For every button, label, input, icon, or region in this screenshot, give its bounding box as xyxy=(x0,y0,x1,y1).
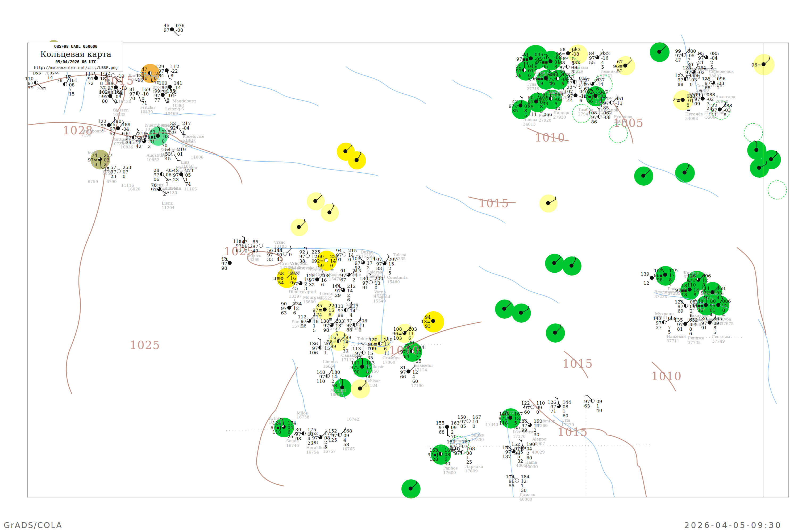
station-value-b3: 30 xyxy=(555,106,560,111)
cloud-cover-icon xyxy=(716,303,720,307)
station-name: Гянджа37735 xyxy=(688,336,704,345)
station-name: Paphos17600 xyxy=(443,466,457,475)
cloud-cover-icon xyxy=(302,432,306,435)
station-value-b1: 0 xyxy=(244,249,247,253)
cloud-cover-icon xyxy=(684,304,688,308)
map-source-url: http://meteocenter.net/circ/LBSF.png xyxy=(29,65,122,70)
station-value-b1: 91 xyxy=(362,285,368,290)
station-value-b2: 3 xyxy=(304,286,307,291)
cloud-cover-icon xyxy=(327,210,331,214)
cloud-cover-icon xyxy=(338,433,342,437)
cloud-cover-icon xyxy=(662,320,666,324)
station-value-b3: 6 xyxy=(599,103,602,108)
station-value-b3: 6 xyxy=(690,314,693,318)
station-value-b1: 63 xyxy=(281,311,287,315)
station-value-b1: 88 xyxy=(346,328,352,332)
station-value-b3: 5 xyxy=(524,113,527,118)
station-value-b1: 70 xyxy=(129,96,135,101)
station-name: Lienz11204 xyxy=(162,201,174,210)
cloud-cover-icon xyxy=(657,50,661,54)
station-value-b1: 52 xyxy=(110,131,115,136)
cloud-cover-icon xyxy=(566,65,570,69)
station-value-b1: 29 xyxy=(549,82,555,86)
cloud-cover-icon xyxy=(408,487,413,491)
cloud-cover-icon xyxy=(98,157,102,161)
map-title: Кольцевая карта xyxy=(29,50,122,59)
render-timestamp: 2026-04-05-09:30 xyxy=(684,520,782,530)
cloud-cover-icon xyxy=(132,135,136,139)
station-value-b1: 125 xyxy=(328,438,337,442)
cloud-cover-icon xyxy=(546,201,550,205)
station-value-b1: 96 xyxy=(301,324,306,328)
station-value-b3: 20 xyxy=(408,341,414,345)
cloud-cover-icon xyxy=(529,56,533,60)
station-value-b3: 60 xyxy=(412,379,418,384)
station-name: Куба37675 xyxy=(721,317,734,326)
station-value-b1: 05 xyxy=(542,64,548,69)
cloud-cover-icon xyxy=(508,416,512,420)
station-value-b3: 40 xyxy=(596,408,602,413)
cloud-cover-icon xyxy=(326,374,329,378)
cloud-cover-icon xyxy=(170,27,174,32)
cloud-cover-icon xyxy=(324,258,328,262)
cloud-cover-icon xyxy=(460,450,464,454)
cloud-cover-icon xyxy=(512,449,515,453)
station-value-b2: 2 xyxy=(353,278,355,282)
cloud-cover-icon xyxy=(641,174,645,178)
station-value-b1: 98 xyxy=(323,328,329,332)
station-name: 16765 xyxy=(342,447,355,451)
station-value-b3: 5 xyxy=(528,78,531,82)
station-value-b3: ≡ xyxy=(328,317,332,322)
station-value-t1: 78 xyxy=(57,78,62,83)
station-value-b2: 0 xyxy=(536,410,539,414)
station-name: Constanta15480 xyxy=(387,275,407,284)
station-value-b1: 97 xyxy=(704,295,710,300)
station-value-b1: 85 xyxy=(460,424,466,429)
station-value-b2: 8 xyxy=(723,113,726,117)
cloud-cover-icon xyxy=(502,307,506,311)
station-value-b3: 1 xyxy=(166,182,169,186)
station-value-b1: 60 xyxy=(524,410,530,414)
cloud-cover-icon xyxy=(530,405,534,409)
station-value-b3: 5 xyxy=(710,65,713,70)
station-value-b1: 38 xyxy=(299,259,305,263)
cloud-cover-icon xyxy=(360,365,364,369)
station-value-b3: 11 xyxy=(384,351,390,356)
station-value-b3: 4 xyxy=(710,312,712,317)
cloud-cover-icon xyxy=(593,94,597,98)
cloud-cover-icon xyxy=(682,53,685,57)
station-value-t1: 139 xyxy=(641,272,649,277)
cloud-cover-icon xyxy=(318,345,322,349)
station-value-b2: 1 xyxy=(324,350,327,355)
cloud-cover-icon xyxy=(259,244,263,248)
station-value-b1: 77 xyxy=(154,98,160,102)
station-value-b2: 2 xyxy=(163,192,166,196)
station-value-b1: 72 xyxy=(88,81,94,86)
cloud-cover-icon xyxy=(176,125,180,129)
station-value-b2: 0 xyxy=(375,285,377,290)
station-value-b1: 86 xyxy=(591,120,597,124)
station-value-m2: 01 xyxy=(177,152,183,156)
station-value-b3: 25 xyxy=(288,434,293,439)
cloud-cover-icon xyxy=(287,306,291,310)
cloud-cover-icon xyxy=(283,252,287,256)
station-value-b1: 23 xyxy=(110,174,116,179)
station-value-b1: 42 xyxy=(136,144,141,149)
station-name: Mytilini16667 xyxy=(330,388,346,397)
cloud-cover-icon xyxy=(549,59,552,63)
cloud-cover-icon xyxy=(518,103,522,108)
station-name: Balikesir17150 xyxy=(366,365,384,374)
station-name: 17190 xyxy=(411,384,424,388)
cloud-cover-icon xyxy=(307,319,311,323)
cloud-cover-icon xyxy=(168,85,172,89)
cloud-cover-icon xyxy=(663,273,667,277)
station-value-b2: 0 xyxy=(359,328,361,332)
cloud-cover-icon xyxy=(382,261,386,265)
cloud-cover-icon xyxy=(684,77,688,81)
cloud-cover-icon xyxy=(597,115,602,119)
cloud-cover-icon xyxy=(406,369,411,374)
station-value-b1: 110 xyxy=(317,379,325,384)
station-name: Gaziantep17260 xyxy=(535,419,555,428)
grads-credit: GrADS/COLA xyxy=(4,520,62,530)
station-value-b1: 18 xyxy=(681,292,687,297)
